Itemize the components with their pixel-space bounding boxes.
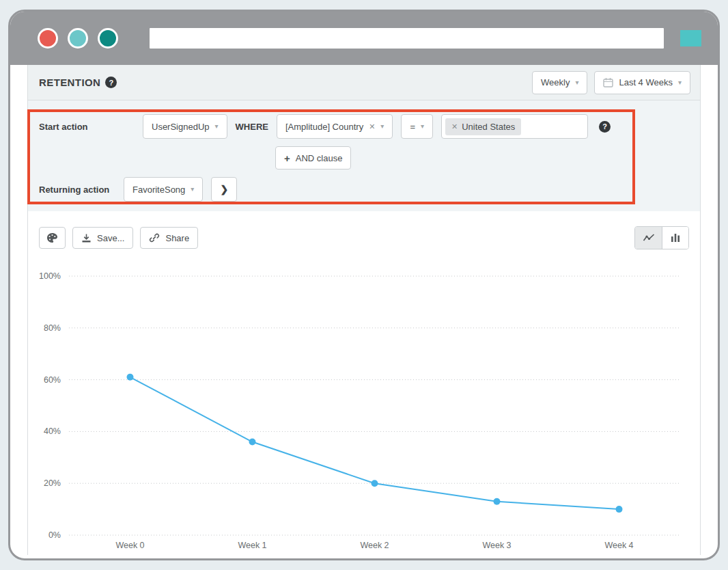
browser-chrome xyxy=(10,12,718,65)
chevron-right-icon: ❯ xyxy=(220,184,228,195)
bar-chart-toggle[interactable] xyxy=(662,227,688,249)
y-tick-label: 60% xyxy=(44,375,61,385)
y-tick-label: 0% xyxy=(48,530,61,540)
page-body: RETENTION ? Weekly ▾ Last 4 xyxy=(10,65,718,558)
x-tick-label: Week 3 xyxy=(482,541,511,550)
plus-icon: + xyxy=(284,152,290,164)
traffic-light-darkteal-icon[interactable] xyxy=(98,28,118,49)
panel-header: RETENTION ? Weekly ▾ Last 4 xyxy=(28,65,700,100)
share-label: Share xyxy=(165,233,189,243)
date-range-value: Last 4 Weeks xyxy=(619,77,673,87)
chart-type-toggle xyxy=(634,226,689,249)
share-button[interactable]: Share xyxy=(140,227,198,249)
operator-value: = xyxy=(410,122,415,132)
palette-icon xyxy=(46,232,58,243)
chevron-down-icon: ▾ xyxy=(678,79,682,86)
traffic-light-teal-icon[interactable] xyxy=(68,28,88,49)
start-action-value: UserSignedUp xyxy=(152,122,210,132)
query-builder: Start action UserSignedUp ▾ WHERE [Ampli… xyxy=(28,100,700,211)
granularity-value: Weekly xyxy=(541,77,570,87)
data-point[interactable] xyxy=(249,439,256,446)
chart-toolbar: Save... Share xyxy=(39,226,689,249)
x-axis: Week 0Week 1Week 2Week 3Week 4 xyxy=(115,541,633,550)
granularity-dropdown[interactable]: Weekly ▾ xyxy=(532,71,587,94)
browser-window: RETENTION ? Weekly ▾ Last 4 xyxy=(8,10,720,560)
remove-chip-icon[interactable]: ✕ xyxy=(451,123,458,131)
filter-value-input[interactable]: ✕ United States xyxy=(441,114,588,139)
y-tick-label: 100% xyxy=(39,271,61,281)
chevron-down-icon: ▾ xyxy=(215,123,219,130)
retention-line-chart-svg: 0%20%40%60%80%100%Week 0Week 1Week 2Week… xyxy=(39,255,689,556)
filter-chip-label: United States xyxy=(462,122,515,132)
y-tick-label: 80% xyxy=(44,323,61,333)
chevron-down-icon: ▾ xyxy=(380,123,384,130)
address-bar[interactable] xyxy=(150,28,664,49)
save-label: Save... xyxy=(97,233,124,243)
x-tick-label: Week 0 xyxy=(115,541,144,550)
retention-series xyxy=(127,374,623,513)
start-action-row: Start action UserSignedUp ▾ WHERE [Ampli… xyxy=(28,114,700,139)
y-axis: 0%20%40%60%80%100% xyxy=(39,271,680,540)
start-action-dropdown[interactable]: UserSignedUp ▾ xyxy=(143,114,227,139)
chart-section: Save... Share xyxy=(28,211,700,556)
chevron-down-icon: ▾ xyxy=(421,123,424,130)
returning-action-label: Returning action xyxy=(39,185,115,195)
chevron-down-icon: ▾ xyxy=(575,79,578,86)
data-point[interactable] xyxy=(127,374,134,381)
bar-chart-icon xyxy=(670,233,681,243)
remove-filter-icon[interactable]: ✕ xyxy=(369,123,375,131)
property-filter-dropdown[interactable]: [Amplitude] Country ✕ ▾ xyxy=(277,114,393,139)
retention-chart: 0%20%40%60%80%100%Week 0Week 1Week 2Week… xyxy=(39,255,689,556)
returning-action-value: FavoriteSong xyxy=(132,185,185,195)
data-point[interactable] xyxy=(616,506,623,513)
calendar-icon xyxy=(603,77,613,87)
date-range-dropdown[interactable]: Last 4 Weeks ▾ xyxy=(594,71,690,94)
returning-action-row: Returning action FavoriteSong ▾ ❯ xyxy=(28,177,700,202)
add-and-clause-button[interactable]: + AND clause xyxy=(275,146,351,169)
x-tick-label: Week 2 xyxy=(360,541,389,550)
filter-value-chip[interactable]: ✕ United States xyxy=(445,118,521,135)
retention-panel: RETENTION ? Weekly ▾ Last 4 xyxy=(27,65,701,555)
link-icon xyxy=(149,232,160,243)
start-action-label: Start action xyxy=(39,122,135,132)
series-line xyxy=(130,377,619,509)
expand-returning-action-button[interactable]: ❯ xyxy=(211,177,237,202)
returning-action-dropdown[interactable]: FavoriteSong ▾ xyxy=(124,177,203,202)
property-filter-value: [Amplitude] Country xyxy=(285,122,363,132)
data-point[interactable] xyxy=(372,480,378,487)
save-button[interactable]: Save... xyxy=(72,227,133,249)
chevron-down-icon: ▾ xyxy=(191,186,194,193)
operator-dropdown[interactable]: = ▾ xyxy=(401,114,433,139)
and-clause-label: AND clause xyxy=(296,153,343,163)
download-icon xyxy=(81,233,92,243)
retention-help-icon[interactable]: ? xyxy=(105,77,117,88)
y-tick-label: 40% xyxy=(44,426,61,436)
and-clause-row: + AND clause xyxy=(28,146,700,169)
line-chart-toggle[interactable] xyxy=(635,227,662,249)
color-palette-button[interactable] xyxy=(39,227,66,249)
y-tick-label: 20% xyxy=(44,478,61,488)
traffic-light-red-icon[interactable] xyxy=(38,28,58,49)
x-tick-label: Week 4 xyxy=(604,541,633,550)
data-point[interactable] xyxy=(494,498,501,505)
where-help-icon[interactable]: ? xyxy=(599,121,611,133)
x-tick-label: Week 1 xyxy=(238,541,266,550)
where-label: WHERE xyxy=(236,122,268,132)
page-title: RETENTION xyxy=(39,77,100,88)
line-chart-icon xyxy=(643,233,655,243)
browser-action-button[interactable] xyxy=(680,30,701,46)
